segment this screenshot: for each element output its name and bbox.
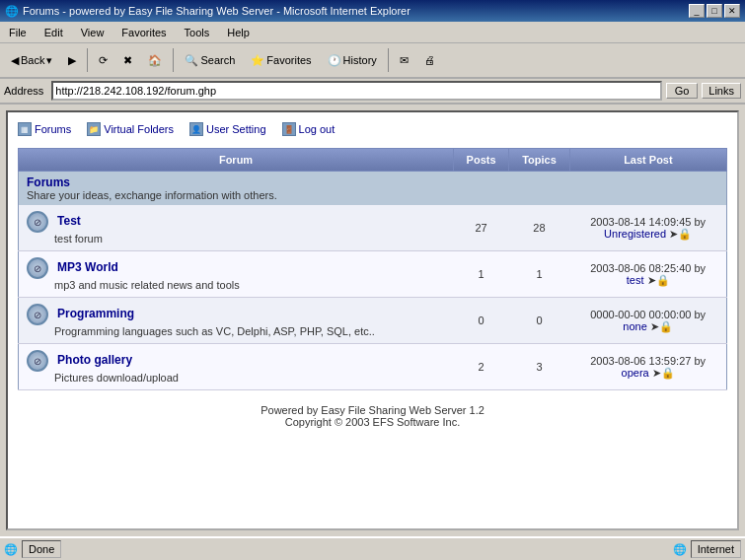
nav-log-out[interactable]: 🚪 Log out xyxy=(282,122,335,136)
nav-virtual-folders-label: Virtual Folders xyxy=(104,123,174,135)
posts-cell: 1 xyxy=(454,251,509,298)
menu-favorites[interactable]: Favorites xyxy=(117,25,170,40)
menu-file[interactable]: File xyxy=(5,25,31,40)
forum-name-cell: ⊘ Photo gallery Pictures download/upload xyxy=(19,344,454,390)
window-title: Forums - powered by Easy File Sharing We… xyxy=(23,5,410,17)
stop-button[interactable]: ✖ xyxy=(116,46,139,74)
last-post-user[interactable]: test xyxy=(627,274,644,286)
last-post-date: 0000-00-00 00:00:00 by xyxy=(590,309,706,320)
mail-icon: ✉ xyxy=(400,54,409,67)
nav-user-setting[interactable]: 👤 User Setting xyxy=(189,122,266,136)
links-button[interactable]: Links xyxy=(702,83,741,99)
separator-2 xyxy=(173,48,174,72)
section-title: Forums xyxy=(27,175,70,189)
last-post-arrow: ➤🔒 xyxy=(647,274,670,286)
last-post-user[interactable]: none xyxy=(623,320,646,332)
forum-name-link[interactable]: MP3 World xyxy=(57,260,118,274)
mail-button[interactable]: ✉ xyxy=(393,46,415,74)
ie-panel: ▦ Forums 📁 Virtual Folders 👤 User Settin… xyxy=(6,110,739,530)
separator-3 xyxy=(388,48,389,72)
history-icon: 🕐 xyxy=(328,54,341,67)
back-button[interactable]: ◀ Back ▾ xyxy=(4,46,59,74)
footer-line2: Copyright © 2003 EFS Software Inc. xyxy=(32,416,713,428)
forum-name-link[interactable]: Programming xyxy=(57,307,134,320)
forum-name-cell: ⊘ Test test forum xyxy=(19,205,454,251)
refresh-button[interactable]: ⟳ xyxy=(92,46,114,74)
forum-desc: test forum xyxy=(54,233,103,245)
address-input[interactable] xyxy=(51,81,661,101)
section-header-cell: Forums Share your ideas, exchange inform… xyxy=(19,172,727,206)
back-label: Back xyxy=(21,54,44,66)
search-button[interactable]: 🔍 Search xyxy=(178,46,242,74)
minimize-button[interactable]: _ xyxy=(689,4,705,18)
history-button[interactable]: 🕐 History xyxy=(321,46,384,74)
go-button[interactable]: Go xyxy=(666,83,699,99)
forum-name-cell: ⊘ MP3 World mp3 and music related news a… xyxy=(19,251,454,298)
stop-icon: ✖ xyxy=(123,54,132,67)
last-post-cell: 2003-08-14 14:09:45 by Unregistered ➤🔒 xyxy=(569,205,726,251)
table-row: ⊘ Test test forum 27 28 2003-08-14 14:09… xyxy=(19,205,727,251)
topics-cell: 0 xyxy=(509,298,570,344)
forum-name-link[interactable]: Test xyxy=(57,214,81,228)
favorites-icon: ⭐ xyxy=(251,54,264,67)
forum-name-cell: ⊘ Programming Programming languages such… xyxy=(19,298,454,344)
search-label: Search xyxy=(200,54,235,66)
forum-nav: ▦ Forums 📁 Virtual Folders 👤 User Settin… xyxy=(18,122,727,136)
menu-edit[interactable]: Edit xyxy=(40,25,67,40)
footer-line1: Powered by Easy File Sharing Web Server … xyxy=(32,404,713,416)
favorites-label: Favorites xyxy=(266,54,311,66)
forum-table: Forum Posts Topics Last Post Forums Shar… xyxy=(18,148,727,390)
last-post-date: 2003-08-06 13:59:27 by xyxy=(590,355,706,367)
nav-virtual-folders[interactable]: 📁 Virtual Folders xyxy=(87,122,174,136)
status-left: 🌐 Done xyxy=(4,540,673,558)
content-area: ▦ Forums 📁 Virtual Folders 👤 User Settin… xyxy=(0,105,745,536)
forum-icon: ⊘ xyxy=(27,350,48,372)
forum-desc: mp3 and music related news and tools xyxy=(54,279,240,291)
refresh-icon: ⟳ xyxy=(99,54,108,67)
menu-tools[interactable]: Tools xyxy=(181,25,214,40)
separator-1 xyxy=(87,48,88,72)
maximize-button[interactable]: □ xyxy=(707,4,722,18)
nav-log-out-label: Log out xyxy=(299,123,335,135)
last-post-cell: 2003-08-06 13:59:27 by opera ➤🔒 xyxy=(569,344,726,390)
table-row: ⊘ Programming Programming languages such… xyxy=(19,298,727,344)
home-button[interactable]: 🏠 xyxy=(141,46,169,74)
section-header-row: Forums Share your ideas, exchange inform… xyxy=(19,172,727,206)
favorites-button[interactable]: ⭐ Favorites xyxy=(244,46,318,74)
topics-cell: 3 xyxy=(509,344,570,390)
forward-button[interactable]: ▶ xyxy=(61,46,83,74)
print-icon: 🖨 xyxy=(424,54,435,66)
menu-view[interactable]: View xyxy=(77,25,109,40)
address-bar: Address Go Links xyxy=(0,79,745,105)
forum-icon: ⊘ xyxy=(27,304,48,325)
status-text: Done xyxy=(22,540,61,558)
forum-desc: Programming languages such as VC, Delphi… xyxy=(54,325,375,337)
last-post-user[interactable]: opera xyxy=(622,367,649,379)
virtual-folders-icon: 📁 xyxy=(87,122,101,136)
zone-text: Internet xyxy=(691,540,741,558)
forum-desc: Pictures download/upload xyxy=(54,372,179,384)
forward-icon: ▶ xyxy=(68,54,76,67)
print-button[interactable]: 🖨 xyxy=(417,46,442,74)
close-button[interactable]: ✕ xyxy=(724,4,740,18)
back-dropdown-icon: ▾ xyxy=(46,54,52,67)
last-post-user[interactable]: Unregistered xyxy=(604,228,666,240)
table-row: ⊘ MP3 World mp3 and music related news a… xyxy=(19,251,727,298)
status-right: 🌐 Internet xyxy=(673,540,741,558)
last-post-cell: 0000-00-00 00:00:00 by none ➤🔒 xyxy=(569,298,726,344)
topics-cell: 28 xyxy=(509,205,570,251)
window-icon: 🌐 xyxy=(5,5,19,18)
col-forum: Forum xyxy=(19,149,454,172)
title-bar: 🌐 Forums - powered by Easy File Sharing … xyxy=(0,0,745,22)
col-last-post: Last Post xyxy=(569,149,726,172)
forum-name-link[interactable]: Photo gallery xyxy=(57,353,132,367)
title-bar-left: 🌐 Forums - powered by Easy File Sharing … xyxy=(5,5,410,18)
status-bar: 🌐 Done 🌐 Internet xyxy=(0,536,745,560)
nav-user-setting-label: User Setting xyxy=(206,123,266,135)
nav-forums[interactable]: ▦ Forums xyxy=(18,122,71,136)
title-bar-controls[interactable]: _ □ ✕ xyxy=(689,4,740,18)
forum-icon: ⊘ xyxy=(27,257,48,279)
posts-cell: 0 xyxy=(454,298,509,344)
menu-help[interactable]: Help xyxy=(223,25,254,40)
zone-icon: 🌐 xyxy=(673,543,687,556)
